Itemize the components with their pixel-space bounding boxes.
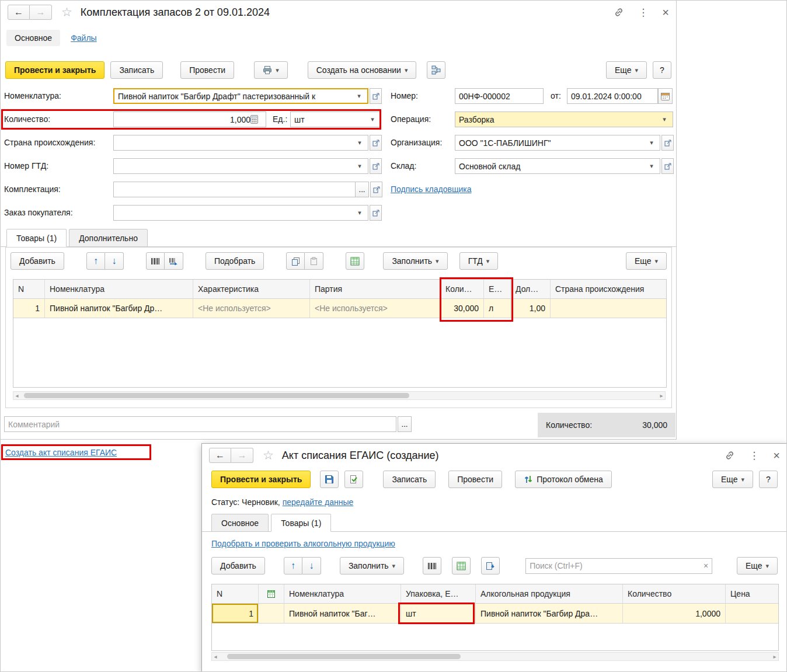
gtd-menu-button[interactable]: ГТД ▾ xyxy=(459,252,499,270)
storekeeper-signature-link[interactable]: Подпись кладовщика xyxy=(391,184,471,194)
scroll-right-icon[interactable]: ▸ xyxy=(771,653,778,660)
col-header-n[interactable]: N xyxy=(212,584,259,604)
chevron-down-icon[interactable]: ▾ xyxy=(647,139,656,147)
col-header-package[interactable]: Упаковка, Е… xyxy=(401,584,476,604)
date-field[interactable]: 09.01.2024 0:00:00 xyxy=(567,88,658,104)
chevron-down-icon[interactable]: ▾ xyxy=(355,139,364,147)
calendar-button[interactable] xyxy=(658,88,673,104)
col-header-share[interactable]: Дол… xyxy=(511,280,551,299)
cell-egais-mark[interactable] xyxy=(259,604,284,624)
col-header-quantity[interactable]: Количество xyxy=(623,584,726,604)
pick-button[interactable]: Подобрать xyxy=(206,252,264,270)
items-hscrollbar[interactable]: ◂ ▸ xyxy=(13,391,666,400)
post-button[interactable]: Провести xyxy=(180,61,234,79)
write-button[interactable]: Записать xyxy=(383,471,436,488)
more-actions-icon[interactable]: ⋮ xyxy=(749,450,759,462)
back-button[interactable]: ← xyxy=(8,5,30,20)
move-up-button[interactable]: ↑ xyxy=(86,252,105,270)
move-down-button[interactable]: ↓ xyxy=(105,252,124,270)
quantity-field[interactable]: 1,000 xyxy=(113,112,266,127)
gtd-field[interactable]: ▾ xyxy=(113,158,368,174)
cell-nomenclature[interactable]: Пивной напиток "Баг… xyxy=(284,604,401,624)
search-clear-icon[interactable]: × xyxy=(704,561,708,570)
write-button[interactable]: Записать xyxy=(110,61,163,79)
cell-batch[interactable]: <Не используется> xyxy=(310,299,441,318)
table-row[interactable]: 1 Пивной напиток "Багбир Др… <Не использ… xyxy=(13,299,666,318)
country-open-button[interactable] xyxy=(370,135,382,151)
more-button[interactable]: Еще ▾ xyxy=(712,471,753,488)
kit-open-button[interactable] xyxy=(370,182,382,197)
items-more-button[interactable]: Еще ▾ xyxy=(737,557,778,574)
warehouse-open-button[interactable] xyxy=(661,158,674,174)
load-data-button[interactable] xyxy=(481,557,500,574)
post-and-close-button[interactable]: Провести и закрыть xyxy=(5,61,105,79)
add-row-button[interactable]: Добавить xyxy=(11,252,64,270)
chevron-down-icon[interactable]: ▾ xyxy=(355,209,364,217)
calculator-icon[interactable] xyxy=(250,115,262,124)
get-link-icon[interactable] xyxy=(614,7,624,18)
spreadsheet-button[interactable] xyxy=(452,557,471,574)
forward-button[interactable]: → xyxy=(30,5,52,20)
col-header-unit[interactable]: Е… xyxy=(484,280,511,299)
nomenclature-field[interactable]: Пивной напиток "Багбир Драфт" пастеризов… xyxy=(113,88,368,104)
print-button[interactable]: ▾ xyxy=(254,61,288,79)
barcode-button[interactable] xyxy=(423,557,441,574)
comment-input[interactable] xyxy=(4,416,396,432)
warehouse-field[interactable]: Основной склад ▾ xyxy=(455,158,660,174)
items-more-button[interactable]: Еще ▾ xyxy=(626,252,667,270)
egais-hscrollbar[interactable]: ◂ ▸ xyxy=(211,652,779,661)
cell-n[interactable]: 1 xyxy=(212,604,259,624)
customer-order-field[interactable]: ▾ xyxy=(113,205,368,221)
tab-main[interactable]: Основное xyxy=(211,514,269,532)
nav-tab-files[interactable]: Файлы xyxy=(71,33,96,43)
close-icon[interactable]: × xyxy=(773,449,780,462)
col-header-characteristic[interactable]: Характеристика xyxy=(193,280,310,299)
send-data-link[interactable]: передайте данные xyxy=(283,497,354,507)
country-field[interactable]: ▾ xyxy=(113,135,368,151)
barcode-scanner-button[interactable] xyxy=(165,252,183,270)
more-actions-icon[interactable]: ⋮ xyxy=(638,6,648,19)
table-row[interactable]: 1 Пивной напиток "Баг… шт Пивной напиток… xyxy=(212,604,778,624)
cell-package[interactable]: шт xyxy=(401,604,476,624)
chevron-down-icon[interactable]: ▾ xyxy=(660,116,669,123)
spreadsheet-button[interactable] xyxy=(346,252,364,270)
post-document-button[interactable] xyxy=(344,471,363,488)
col-header-nomenclature[interactable]: Номенклатура xyxy=(45,280,193,299)
scroll-left-icon[interactable]: ◂ xyxy=(212,653,219,660)
col-header-quantity[interactable]: Коли… xyxy=(441,280,484,299)
barcode-button[interactable] xyxy=(146,252,165,270)
cell-country[interactable] xyxy=(551,299,666,318)
cell-quantity[interactable]: 30,000 xyxy=(441,299,484,318)
help-button[interactable]: ? xyxy=(759,471,778,488)
col-header-egais-mark[interactable] xyxy=(259,584,284,604)
col-header-country[interactable]: Страна происхождения xyxy=(551,280,666,299)
cell-n[interactable]: 1 xyxy=(13,299,45,318)
chevron-down-icon[interactable]: ▾ xyxy=(355,162,364,170)
create-based-on-button[interactable]: Создать на основании ▾ xyxy=(308,61,417,79)
cell-characteristic[interactable]: <Не используется> xyxy=(193,299,310,318)
fill-button[interactable]: Заполнить ▾ xyxy=(340,557,404,574)
col-header-nomenclature[interactable]: Номенклатура xyxy=(284,584,401,604)
col-header-n[interactable]: N xyxy=(13,280,45,299)
favorite-star-icon[interactable]: ☆ xyxy=(61,5,72,19)
get-link-icon[interactable] xyxy=(725,450,735,461)
tab-additional[interactable]: Дополнительно xyxy=(69,229,148,247)
col-header-price[interactable]: Цена xyxy=(726,584,778,604)
exchange-protocol-button[interactable]: Протокол обмена xyxy=(515,471,612,488)
save-button[interactable] xyxy=(320,471,339,488)
cell-quantity[interactable]: 1,0000 xyxy=(623,604,726,624)
col-header-alcohol[interactable]: Алкогольная продукция xyxy=(476,584,623,604)
cell-share[interactable]: 1,00 xyxy=(511,299,551,318)
tab-goods[interactable]: Товары (1) xyxy=(6,229,67,247)
pick-and-check-link[interactable]: Подобрать и проверить алкогольную продук… xyxy=(211,539,395,548)
search-input[interactable] xyxy=(525,558,712,574)
gtd-open-button[interactable] xyxy=(370,158,382,174)
create-egais-act-link[interactable]: Создать акт списания ЕГАИС xyxy=(5,448,117,457)
kit-choose-button[interactable]: ... xyxy=(355,182,369,197)
fill-button[interactable]: Заполнить ▾ xyxy=(383,252,447,270)
move-up-button[interactable]: ↑ xyxy=(284,557,302,574)
number-field[interactable]: 00НФ-000002 xyxy=(455,88,544,104)
scrollbar-thumb[interactable] xyxy=(227,654,461,659)
cell-unit[interactable]: л xyxy=(484,299,511,318)
back-button[interactable]: ← xyxy=(209,448,231,463)
